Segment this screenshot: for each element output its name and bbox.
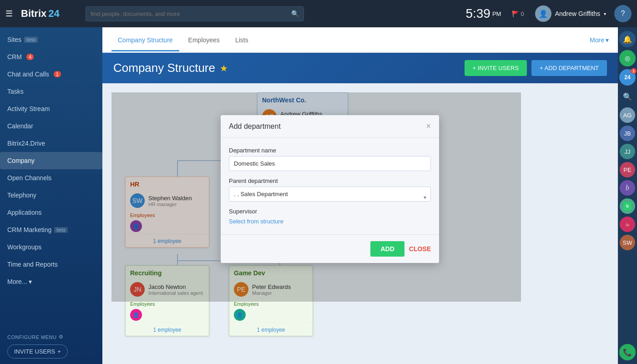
clock-display: 5:39PM bbox=[465, 6, 501, 21]
tab-more-label: More bbox=[590, 36, 604, 44]
favorite-star-icon[interactable]: ★ bbox=[220, 63, 228, 74]
right-avatar-1[interactable]: AG bbox=[620, 107, 635, 123]
sidebar-item-company[interactable]: Company bbox=[0, 152, 102, 169]
right-avatar-4[interactable]: PE bbox=[620, 162, 635, 177]
clock-suffix: PM bbox=[492, 10, 501, 17]
right-avatar-6[interactable]: b bbox=[620, 198, 635, 214]
modal-body: Department name Parent department . . Sa… bbox=[221, 138, 439, 234]
tab-lists[interactable]: Lists bbox=[229, 28, 255, 51]
configure-menu[interactable]: CONFIGURE MENU ⚙ bbox=[7, 334, 95, 340]
user-name: Andrew Griffiths bbox=[555, 10, 600, 17]
recruiting-emp-1: 👤 bbox=[130, 309, 142, 321]
sidebar-label-crm: CRM bbox=[7, 53, 22, 61]
sidebar-item-drive[interactable]: Bitrix24.Drive bbox=[0, 135, 102, 152]
invite-users-header-button[interactable]: + INVITE USERS bbox=[465, 60, 527, 76]
tab-company-structure-label: Company Structure bbox=[118, 36, 173, 44]
modal-close-icon[interactable]: × bbox=[426, 121, 431, 131]
sidebar-item-tasks[interactable]: Tasks bbox=[0, 83, 102, 100]
parent-dept-label: Parent department bbox=[229, 177, 431, 184]
gear-icon: ⚙ bbox=[59, 334, 64, 340]
sidebar-label-activity: Activity Stream bbox=[7, 105, 50, 112]
right-avatar-7[interactable]: iu bbox=[620, 217, 635, 232]
logo-24: 24 bbox=[48, 8, 59, 20]
invite-users-label: INVITE USERS bbox=[14, 348, 55, 355]
tab-lists-label: Lists bbox=[235, 36, 248, 44]
search-icon: 🔍 bbox=[291, 10, 299, 17]
user-dropdown-arrow: ▾ bbox=[604, 11, 606, 16]
page-header: Company Structure ★ + INVITE USERS + ADD… bbox=[102, 53, 618, 83]
notifications-icon[interactable]: 🔔 bbox=[619, 31, 636, 47]
right-avatar-5[interactable]: b bbox=[620, 180, 635, 196]
sidebar-label-chat: Chat and Calls bbox=[7, 71, 49, 78]
hamburger-icon[interactable]: ☰ bbox=[5, 9, 13, 19]
topbar: ☰ Bitrix 24 🔍 5:39PM 🚩0 👤 Andrew Griffit… bbox=[0, 0, 637, 27]
tab-more[interactable]: More ▾ bbox=[590, 36, 609, 44]
clock-time: 5:39 bbox=[465, 6, 490, 21]
tab-bar: Company Structure Employees Lists More ▾ bbox=[102, 27, 618, 53]
bitrix24-badge: 1 bbox=[631, 68, 637, 74]
org-chart-area: NorthWest Co. AG Andrew Griffiths Presid… bbox=[102, 83, 618, 364]
right-avatar-8[interactable]: SW bbox=[620, 235, 635, 250]
recruiting-dept-footer: 1 employee bbox=[126, 323, 209, 336]
sidebar-label-workgroups: Workgroups bbox=[7, 243, 41, 251]
add-department-label: + ADD DEPARTMENT bbox=[540, 65, 599, 71]
parent-dept-select-wrapper: . . Sales Department ▾ bbox=[229, 187, 431, 208]
sidebar-item-calendar[interactable]: Calendar bbox=[0, 117, 102, 135]
sidebar-label-openchannels: Open Channels bbox=[7, 174, 51, 182]
recruiting-employees-avatars: 👤 bbox=[126, 308, 209, 323]
supervisor-select-link[interactable]: Select from structure bbox=[229, 218, 283, 225]
gamedev-dept-footer: 1 employee bbox=[229, 323, 313, 336]
search-right-icon[interactable]: 🔍 bbox=[619, 88, 636, 105]
sidebar-label-crmmarketing: CRM Marketing bbox=[7, 226, 51, 233]
phone-icon[interactable]: 📞 bbox=[619, 344, 636, 360]
sidebar-item-openchannels[interactable]: Open Channels bbox=[0, 169, 102, 187]
dept-name-label: Department name bbox=[229, 147, 431, 154]
invite-users-button[interactable]: INVITE USERS + bbox=[7, 344, 68, 359]
search-bar[interactable]: 🔍 bbox=[86, 6, 304, 21]
gamedev-employees-link[interactable]: 1 employee bbox=[257, 327, 285, 333]
gamedev-emp-1: 👤 bbox=[234, 309, 246, 321]
sidebar-label-tasks: Tasks bbox=[7, 88, 24, 95]
tab-company-structure[interactable]: Company Structure bbox=[111, 28, 179, 51]
sidebar-item-sites[interactable]: Sites beta bbox=[0, 31, 102, 48]
logo-text: Bitrix bbox=[21, 8, 46, 20]
sidebar-item-activity[interactable]: Activity Stream bbox=[0, 100, 102, 117]
right-avatar-3[interactable]: JJ bbox=[620, 144, 635, 159]
sidebar-item-telephony[interactable]: Telephony bbox=[0, 187, 102, 204]
invite-users-header-label: + INVITE USERS bbox=[473, 65, 519, 71]
page-title-text: Company Structure bbox=[113, 61, 215, 75]
org-chart-wrapper: NorthWest Co. AG Andrew Griffiths Presid… bbox=[111, 92, 521, 302]
tab-employees[interactable]: Employees bbox=[182, 28, 226, 51]
sidebar-item-applications[interactable]: Applications bbox=[0, 204, 102, 221]
bitrix24-icon[interactable]: 24 1 bbox=[619, 69, 636, 86]
sidebar-item-crmmarketing[interactable]: CRM Marketing beta bbox=[0, 221, 102, 238]
sidebar-item-chat[interactable]: Chat and Calls 1 bbox=[0, 66, 102, 83]
sidebar-item-timereports[interactable]: Time and Reports bbox=[0, 256, 102, 273]
user-avatar-area[interactable]: 👤 Andrew Griffiths ▾ bbox=[535, 5, 606, 22]
sidebar-label-more: More... ▾ bbox=[7, 278, 32, 285]
sidebar-label-applications: Applications bbox=[7, 209, 42, 216]
avatar: 👤 bbox=[535, 5, 551, 22]
sidebar-item-more[interactable]: More... ▾ bbox=[0, 273, 102, 290]
sidebar: Sites beta CRM 4 Chat and Calls 1 Tasks … bbox=[0, 27, 102, 364]
sidebar-label-sites: Sites bbox=[7, 36, 21, 43]
help-icon[interactable]: ? bbox=[614, 5, 632, 22]
modal-close-button[interactable]: CLOSE bbox=[409, 245, 431, 253]
main-layout: Sites beta CRM 4 Chat and Calls 1 Tasks … bbox=[0, 27, 637, 364]
dept-name-input[interactable] bbox=[229, 156, 431, 171]
modal-add-button[interactable]: ADD bbox=[370, 241, 404, 257]
search-input[interactable] bbox=[91, 7, 288, 21]
flag-count: 0 bbox=[521, 10, 524, 17]
pulse-icon[interactable]: ◎ bbox=[619, 50, 636, 66]
parent-dept-select[interactable]: . . Sales Department bbox=[229, 187, 431, 202]
sidebar-label-drive: Bitrix24.Drive bbox=[7, 140, 45, 147]
app-logo: Bitrix 24 bbox=[21, 8, 80, 20]
sidebar-item-crm[interactable]: CRM 4 bbox=[0, 48, 102, 66]
tab-more-arrow: ▾ bbox=[606, 36, 609, 44]
recruiting-employees-link[interactable]: 1 employee bbox=[153, 327, 181, 333]
sidebar-bottom: CONFIGURE MENU ⚙ INVITE USERS + bbox=[0, 329, 102, 364]
sidebar-item-workgroups[interactable]: Workgroups bbox=[0, 238, 102, 256]
header-actions: + INVITE USERS + ADD DEPARTMENT bbox=[465, 60, 607, 76]
add-department-button[interactable]: + ADD DEPARTMENT bbox=[531, 60, 607, 76]
right-avatar-2[interactable]: JB bbox=[620, 126, 635, 141]
